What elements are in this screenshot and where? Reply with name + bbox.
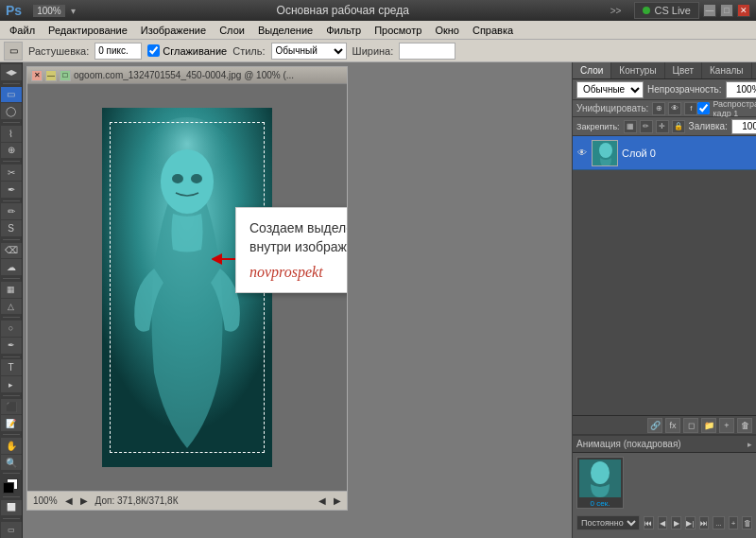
tool-eyedropper[interactable]: ✒ (1, 182, 22, 198)
tool-text[interactable]: T (1, 359, 22, 375)
scroll-right-btn[interactable]: ▶ (334, 495, 341, 506)
tool-pen[interactable]: ✒ (1, 338, 22, 354)
blend-opacity-row: Обычные Непрозрачность: (573, 79, 756, 100)
tool-hand[interactable]: ✋ (1, 438, 22, 454)
menu-help[interactable]: Справка (467, 24, 519, 37)
current-tool-icon: ▭ (4, 42, 23, 61)
menu-select[interactable]: Выделение (252, 24, 318, 37)
tool-marquee-ellipse[interactable]: ◯ (1, 103, 22, 119)
anim-tween-btn[interactable]: ... (713, 516, 725, 529)
zoom-icon-left[interactable]: ◀ (65, 495, 73, 506)
lock-pixels-btn[interactable]: ✏ (640, 120, 653, 133)
tool-eraser[interactable]: ☁ (1, 259, 22, 275)
unify-label: Унифицировать: (576, 103, 648, 113)
toolbar-separator-3 (3, 161, 20, 162)
tool-shape[interactable]: ⬛ (1, 399, 22, 415)
doc-max-btn[interactable]: □ (60, 70, 71, 81)
title-bar: Ps 100% ▾ Основная рабочая среда >> CS L… (0, 0, 756, 21)
toolbar-collapse-btn[interactable]: ◀▶ (1, 64, 22, 80)
lock-position-btn[interactable]: ✛ (656, 120, 669, 133)
animation-frame-1[interactable]: 0 сек. (576, 457, 624, 509)
doc-close-btn[interactable]: ✕ (31, 70, 43, 81)
sglazhivanie-label: Сглаживание (163, 45, 227, 57)
tool-lasso[interactable]: ⌇ (1, 126, 22, 142)
layer-mask-btn[interactable]: ◻ (683, 418, 698, 433)
menu-layers[interactable]: Слои (214, 24, 250, 37)
unify-style-btn[interactable]: f (684, 102, 697, 115)
loop-select[interactable]: Постоянно (576, 515, 640, 530)
lock-transparent-btn[interactable]: ▦ (624, 120, 637, 133)
tool-dodge[interactable]: ○ (1, 321, 22, 337)
minimize-button[interactable]: — (703, 4, 716, 17)
mode-dropdown[interactable]: ▾ (71, 6, 76, 16)
anim-last-btn[interactable]: ⏭ (699, 516, 710, 529)
menu-view[interactable]: Просмотр (369, 24, 427, 37)
tab-color[interactable]: Цвет (665, 62, 702, 78)
anim-delete-btn[interactable]: 🗑 (742, 516, 752, 529)
layer-visibility-toggle[interactable]: 👁 (576, 148, 588, 159)
foreground-color-swatch[interactable] (3, 482, 14, 494)
animation-content: 0 сек. Постоянно ⏮ ◀ ▶ ▶| ⏭ ... + 🗑 (573, 453, 756, 536)
tool-gradient[interactable]: ▦ (1, 282, 22, 298)
tab-layers[interactable]: Слои (573, 62, 611, 78)
opacity-input[interactable] (726, 81, 756, 98)
tool-clone[interactable]: ⌫ (1, 243, 22, 259)
doc-min-btn[interactable]: — (45, 70, 57, 81)
fill-input[interactable] (731, 119, 756, 134)
anim-next-btn[interactable]: ▶| (685, 516, 696, 529)
anim-prev-btn[interactable]: ◀ (658, 516, 668, 529)
tool-brush[interactable]: S (1, 220, 22, 236)
rastushevka-input[interactable] (94, 43, 142, 60)
close-button[interactable]: ✕ (737, 4, 750, 17)
layer-delete-btn[interactable]: 🗑 (737, 418, 752, 433)
unify-visibility-btn[interactable]: 👁 (668, 102, 681, 115)
unify-position-btn[interactable]: ⊕ (652, 102, 665, 115)
frame-delay-label: 0 сек. (591, 499, 610, 508)
menu-image[interactable]: Изображение (135, 24, 212, 37)
layer-new-btn[interactable]: + (719, 418, 734, 433)
layer-group-btn[interactable]: 📁 (701, 418, 716, 433)
layer-item-0[interactable]: 👁 Слой 0 (573, 136, 756, 170)
tab-channels[interactable]: Каналы (702, 62, 752, 78)
tool-zoom[interactable]: 🔍 (1, 455, 22, 471)
menu-window[interactable]: Окно (429, 24, 465, 37)
tab-paths[interactable]: Контуры (611, 62, 664, 78)
tool-quickmask[interactable]: ⬜ (1, 500, 22, 516)
tool-marquee-rect[interactable]: ▭ (1, 87, 22, 103)
tab-styles[interactable]: Стили (752, 62, 757, 78)
propagate-checkbox[interactable]: Распространять кадр 1 (697, 99, 756, 118)
left-toolbar: ◀▶ ▭ ◯ ⌇ ⊕ ✂ ✒ ✏ S ⌫ ☁ ▦ △ ○ ✒ T ▸ ⬛ 📝 ✋… (0, 62, 23, 538)
tool-healingbrush[interactable]: ✏ (1, 203, 22, 219)
tool-notes[interactable]: 📝 (1, 415, 22, 431)
cs-live-button[interactable]: CS Live (634, 2, 699, 19)
doc-zoom-value: 100% (33, 495, 58, 506)
tool-path-selection[interactable]: ▸ (1, 376, 22, 392)
menu-edit[interactable]: Редактирование (43, 24, 133, 37)
anim-newframe-btn[interactable]: + (729, 516, 739, 529)
anim-first-btn[interactable]: ⏮ (644, 516, 654, 529)
propagate-check-input[interactable] (697, 102, 710, 114)
layer-link-btn[interactable]: 🔗 (647, 418, 662, 433)
tool-screenmode[interactable]: ▭ (1, 522, 22, 538)
menu-file[interactable]: Файл (4, 24, 41, 37)
sglazhivanie-checkbox[interactable]: Сглаживание (147, 44, 227, 57)
title-bar-right: >> CS Live — □ ✕ (610, 2, 750, 19)
animation-expand-icon[interactable]: ▸ (747, 440, 752, 449)
expand-panels-icon[interactable]: >> (610, 6, 622, 16)
tool-blur[interactable]: △ (1, 299, 22, 315)
unify-icons: ⊕ 👁 f (652, 102, 697, 115)
width-input[interactable] (399, 43, 455, 60)
blend-mode-select[interactable]: Обычные (576, 81, 644, 98)
tool-crop[interactable]: ✂ (1, 165, 22, 181)
tool-quickselect[interactable]: ⊕ (1, 143, 22, 159)
stil-select[interactable]: Обычный (271, 43, 347, 60)
layer-fx-btn[interactable]: fx (665, 418, 680, 433)
maximize-button[interactable]: □ (720, 4, 733, 17)
lock-all-btn[interactable]: 🔒 (672, 120, 685, 133)
scroll-left-btn[interactable]: ◀ (318, 495, 326, 506)
anim-play-btn[interactable]: ▶ (671, 516, 681, 529)
menu-filter[interactable]: Фильтр (320, 24, 367, 37)
opacity-label: Непрозрачность: (647, 84, 722, 95)
zoom-icon-right[interactable]: ▶ (80, 495, 88, 506)
sglazhivanie-check[interactable] (147, 44, 160, 57)
